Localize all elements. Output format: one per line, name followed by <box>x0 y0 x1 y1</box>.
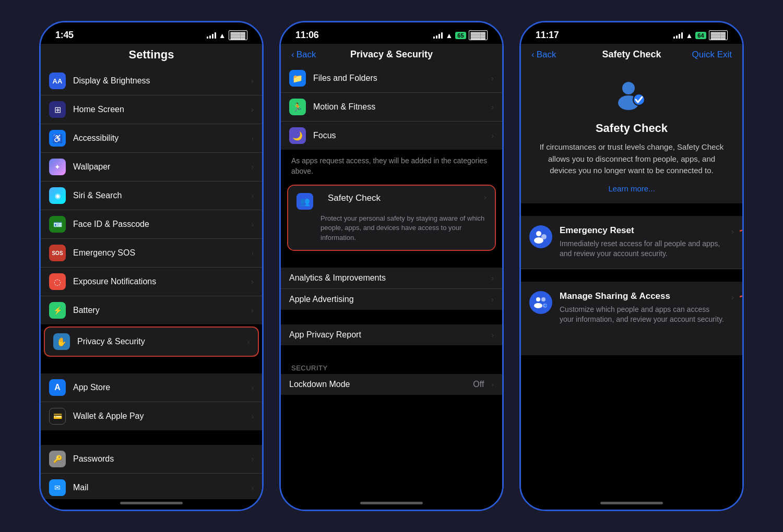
settings-item-privacy-report[interactable]: App Privacy Report › <box>281 324 502 345</box>
sos-chevron: › <box>251 249 254 257</box>
focus-icon: 🌙 <box>289 127 306 144</box>
advertising-chevron: › <box>491 295 494 304</box>
safety-hero-icon <box>615 80 648 113</box>
advertising-label: Apple Advertising <box>289 295 487 304</box>
section-passwords-group: 🔑 Passwords › ✉ Mail › 👤 <box>41 445 262 499</box>
files-chevron: › <box>491 74 494 82</box>
section-permissions: 📁 Files and Folders › 🏃 Motion & Fitness… <box>281 64 502 150</box>
settings-item-privacy[interactable]: ✋ Privacy & Security › <box>44 327 259 357</box>
section-security: Lockdown Mode Off › <box>281 374 502 395</box>
settings-item-exposure[interactable]: ◌ Exposure Notifications › <box>41 268 262 296</box>
battery-icon-3: ▓▓▓ <box>709 30 728 40</box>
status-icons-1: ▲ ▓▓▓ <box>207 30 247 40</box>
settings-item-lockdown[interactable]: Lockdown Mode Off › <box>281 374 502 395</box>
home-indicator-1 <box>41 499 262 510</box>
section-appstore-group: A App Store › 💳 Wallet & Apple Pay › <box>41 373 262 430</box>
battery-icon-2: ▓▓▓ <box>469 30 488 40</box>
back-button-2[interactable]: ‹ Back <box>291 50 316 60</box>
battery-label: Battery <box>73 306 247 315</box>
files-label: Files and Folders <box>313 74 487 83</box>
settings-item-files[interactable]: 📁 Files and Folders › <box>281 64 502 93</box>
learn-more-link[interactable]: Learn more... <box>608 184 655 193</box>
settings-item-appstore[interactable]: A App Store › <box>41 373 262 402</box>
back-chevron-3: ‹ <box>531 50 535 60</box>
settings-item-faceid[interactable]: 🪪 Face ID & Passcode › <box>41 210 262 239</box>
section-app-privacy: App Privacy Report › <box>281 324 502 345</box>
status-icons-2: ▲ 65 ▓▓▓ <box>433 30 488 40</box>
settings-item-wallet[interactable]: 💳 Wallet & Apple Pay › <box>41 402 262 430</box>
home-indicator-3 <box>521 499 742 510</box>
focus-label: Focus <box>313 131 487 140</box>
wallpaper-chevron: › <box>251 163 254 171</box>
phone-3: 11:17 ▲ 64 ▓▓▓ ‹ Back Safety Check Quick… <box>519 21 744 511</box>
manage-sharing-chevron: › <box>731 293 734 301</box>
safety-check-item[interactable]: 👥 Safety Check › <box>288 186 495 214</box>
back-label-2: Back <box>296 50 316 60</box>
settings-item-siri[interactable]: ◉ Siri & Search › <box>41 182 262 210</box>
appstore-chevron: › <box>251 383 254 392</box>
homescreen-label: Home Screen <box>73 105 247 114</box>
safety-hero-section: Safety Check If circumstances or trust l… <box>521 64 742 203</box>
settings-item-advertising[interactable]: Apple Advertising › <box>281 289 502 310</box>
red-arrow-1 <box>740 223 742 239</box>
privacy-chevron: › <box>247 337 250 346</box>
siri-label: Siri & Search <box>73 191 247 200</box>
settings-item-battery[interactable]: ⚡ Battery › <box>41 296 262 324</box>
battery-chevron: › <box>251 306 254 315</box>
lockdown-value: Off <box>473 380 484 389</box>
settings-item-fitness[interactable]: 🏃 Motion & Fitness › <box>281 93 502 122</box>
exposure-label: Exposure Notifications <box>73 277 247 286</box>
manage-sharing-item[interactable]: Manage Sharing & Access Customize which … <box>521 282 742 334</box>
siri-icon: ◉ <box>49 187 66 204</box>
section-display-group: AA Display & Brightness › ⊞ Home Screen … <box>41 67 262 324</box>
settings-item-mail[interactable]: ✉ Mail › <box>41 474 262 499</box>
settings-item-wallpaper[interactable]: ✦ Wallpaper › <box>41 153 262 182</box>
settings-item-passwords[interactable]: 🔑 Passwords › <box>41 445 262 474</box>
svg-point-9 <box>541 297 545 301</box>
safety-check-label: Safety Check <box>328 193 472 203</box>
emergency-reset-icon <box>529 225 552 248</box>
safety-check-content: Safety Check If circumstances or trust l… <box>521 64 742 499</box>
mail-label: Mail <box>73 483 247 492</box>
security-section-label: SECURITY <box>281 360 502 374</box>
settings-item-sos[interactable]: SOS Emergency SOS › <box>41 239 262 268</box>
back-button-3[interactable]: ‹ Back <box>531 50 556 60</box>
page-title-1: Settings <box>129 48 174 61</box>
privacy-label: Privacy & Security <box>77 337 243 346</box>
phone-1: 1:45 ▲ ▓▓▓ Settings AA Display & Brightn… <box>39 21 264 511</box>
settings-item-analytics[interactable]: Analytics & Improvements › <box>281 268 502 289</box>
safety-check-box[interactable]: 👥 Safety Check › Protect your personal s… <box>287 185 496 251</box>
settings-item-display[interactable]: AA Display & Brightness › <box>41 67 262 95</box>
signal-icon-3 <box>673 32 683 39</box>
faceid-label: Face ID & Passcode <box>73 220 247 229</box>
faceid-chevron: › <box>251 220 254 228</box>
manage-sharing-desc: Customize which people and apps can acce… <box>560 305 724 325</box>
privacy-section-wrapper: ✋ Privacy & Security › <box>41 324 262 359</box>
manage-sharing-title: Manage Sharing & Access <box>560 291 724 301</box>
safety-check-desc: Protect your personal safety by staying … <box>288 214 495 250</box>
settings-item-focus[interactable]: 🌙 Focus › <box>281 122 502 150</box>
homescreen-chevron: › <box>251 105 254 114</box>
faceid-icon: 🪪 <box>49 216 66 233</box>
time-3: 11:17 <box>536 30 559 41</box>
wifi-icon-3: ▲ <box>685 31 693 40</box>
safety-check-chevron: › <box>484 193 487 201</box>
settings-item-homescreen[interactable]: ⊞ Home Screen › <box>41 95 262 124</box>
passwords-label: Passwords <box>73 454 247 464</box>
phone-2: 11:06 ▲ 65 ▓▓▓ ‹ Back Privacy & Security… <box>279 21 504 511</box>
red-arrow-2 <box>740 289 742 305</box>
battery-badge-2: 65 <box>455 32 466 39</box>
accessibility-chevron: › <box>251 134 254 142</box>
emergency-reset-item[interactable]: Emergency Reset Immediately reset access… <box>521 216 742 269</box>
appstore-label: App Store <box>73 383 247 392</box>
settings-item-accessibility[interactable]: ♿ Accessibility › <box>41 124 262 153</box>
accessibility-label: Accessibility <box>73 134 247 143</box>
quick-exit-button[interactable]: Quick Exit <box>692 50 732 60</box>
status-bar-3: 11:17 ▲ 64 ▓▓▓ <box>521 22 742 44</box>
privacy-title: Privacy & Security <box>350 49 433 60</box>
svg-point-4 <box>536 231 541 236</box>
signal-icon-2 <box>433 32 443 39</box>
back-chevron-2: ‹ <box>291 50 294 60</box>
svg-point-6 <box>541 234 547 239</box>
privacy-report-label: App Privacy Report <box>289 330 487 340</box>
